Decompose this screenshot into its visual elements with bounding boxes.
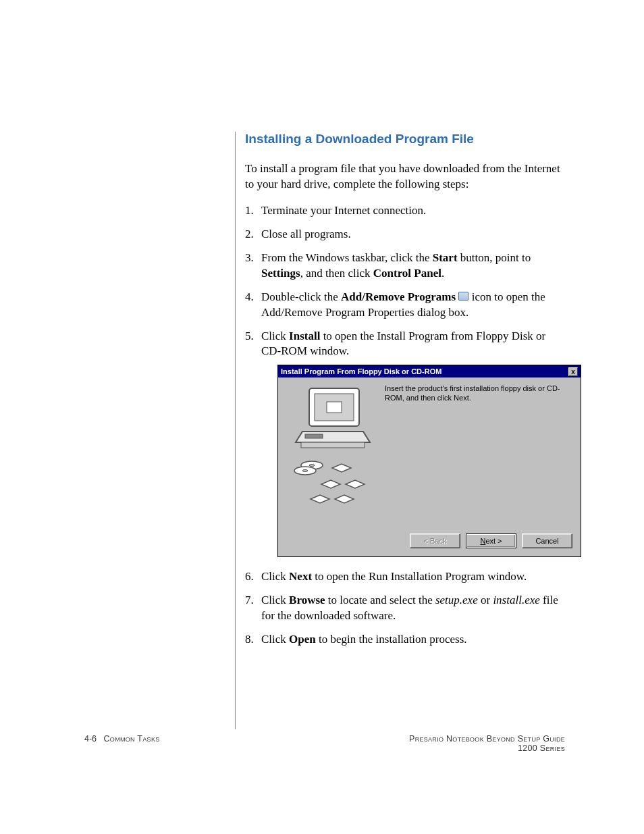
dialog-illustration xyxy=(286,384,381,525)
step-4: Double-click the Add/Remove Programs ico… xyxy=(245,290,566,321)
close-icon[interactable]: x xyxy=(568,367,578,376)
next-label-rest: ext > xyxy=(485,537,502,545)
dialog-instruction-text: Insert the product's first installation … xyxy=(381,384,572,525)
next-button[interactable]: Next > xyxy=(466,533,516,548)
step-text: Click xyxy=(261,633,289,646)
step-text: button, point to xyxy=(458,251,531,264)
dialog-titlebar: Install Program From Floppy Disk or CD-R… xyxy=(278,365,581,377)
step-8: Click Open to begin the installation pro… xyxy=(245,632,566,648)
svg-rect-3 xyxy=(301,442,365,448)
step-6: Click Next to open the Run Installation … xyxy=(245,569,566,585)
page-number: 4-6 xyxy=(84,734,97,744)
step-text: From the Windows taskbar, click the xyxy=(261,251,433,264)
step-text: , and then click xyxy=(300,267,373,280)
svg-point-8 xyxy=(302,470,308,472)
bold-install: Install xyxy=(289,330,320,342)
step-text: Double-click the xyxy=(261,290,341,303)
bold-open: Open xyxy=(289,633,316,646)
step-text: Terminate your Internet connection. xyxy=(261,204,426,217)
bold-browse: Browse xyxy=(289,594,325,606)
install-wizard-dialog: Install Program From Floppy Disk or CD-R… xyxy=(277,365,581,557)
footer-section: Common Tasks xyxy=(104,734,160,744)
bold-settings: Settings xyxy=(261,267,300,280)
bold-control-panel: Control Panel xyxy=(373,267,441,280)
step-text: to begin the installation process. xyxy=(316,633,467,646)
section-heading: Installing a Downloaded Program File xyxy=(245,132,566,147)
add-remove-programs-icon xyxy=(458,292,468,301)
cancel-button[interactable]: Cancel xyxy=(522,533,572,548)
svg-rect-2 xyxy=(327,402,342,413)
step-1: Terminate your Internet connection. xyxy=(245,203,566,219)
page-footer: 4-6 Common Tasks Presario Notebook Beyon… xyxy=(84,734,565,753)
step-text: or xyxy=(478,594,493,606)
italic-setup-exe: setup.exe xyxy=(435,594,478,606)
page-content: Installing a Downloaded Program File To … xyxy=(245,132,566,656)
step-text: . xyxy=(441,267,444,280)
step-3: From the Windows taskbar, click the Star… xyxy=(245,251,566,282)
step-7: Click Browse to locate and select the se… xyxy=(245,593,566,624)
svg-rect-4 xyxy=(305,434,323,438)
step-text: to locate and select the xyxy=(325,594,435,606)
intro-paragraph: To install a program file that you have … xyxy=(245,161,566,192)
step-text: Click xyxy=(261,330,289,342)
bold-next: Next xyxy=(289,570,312,583)
dialog-button-row: < Back Next > Cancel xyxy=(278,529,581,556)
vertical-divider xyxy=(235,132,236,729)
step-text: Click xyxy=(261,594,289,606)
step-5: Click Install to open the Install Progra… xyxy=(245,329,566,558)
dialog-screenshot: Install Program From Floppy Disk or CD-R… xyxy=(277,365,581,557)
footer-left: 4-6 Common Tasks xyxy=(84,734,160,753)
step-text: Close all programs. xyxy=(261,228,351,240)
dialog-body: Insert the product's first installation … xyxy=(278,377,581,529)
steps-list: Terminate your Internet connection. Clos… xyxy=(245,203,566,648)
bold-start: Start xyxy=(433,251,458,264)
step-text: to open the Run Installation Program win… xyxy=(312,570,527,583)
italic-install-exe: install.exe xyxy=(493,594,539,606)
footer-right: Presario Notebook Beyond Setup Guide 120… xyxy=(409,734,565,753)
footer-guide-title: Presario Notebook Beyond Setup Guide xyxy=(409,734,565,744)
back-button: < Back xyxy=(410,533,460,548)
footer-guide-series: 1200 Series xyxy=(518,744,565,753)
step-2: Close all programs. xyxy=(245,227,566,242)
bold-add-remove: Add/Remove Programs xyxy=(341,290,456,303)
step-text: Click xyxy=(261,570,289,583)
dialog-title: Install Program From Floppy Disk or CD-R… xyxy=(281,367,441,377)
svg-point-6 xyxy=(309,465,315,467)
